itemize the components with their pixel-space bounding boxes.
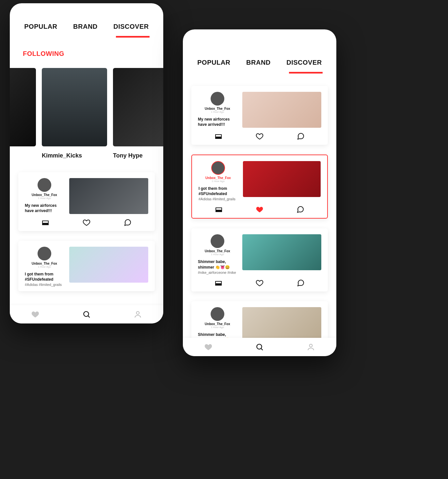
post-avatar[interactable] [211, 161, 225, 175]
post-card[interactable]: Unbox_The_Fox 1 Hour Ago Shimmer babe, s… [191, 228, 328, 291]
svg-point-4 [136, 311, 139, 314]
tab-discover[interactable]: DISCOVER [286, 59, 322, 66]
post-image[interactable] [242, 234, 321, 270]
heart-icon[interactable] [83, 219, 90, 226]
nav-profile-icon[interactable] [307, 343, 315, 351]
post-actions [198, 279, 321, 287]
following-carousel[interactable]: eXlusive Kimmie_Kicks Tony Hype [10, 68, 163, 159]
collection-icon[interactable] [215, 206, 223, 213]
nav-search-icon[interactable] [82, 310, 91, 319]
post-hashtags: #Adidas #limited_grails [199, 197, 235, 201]
post-username[interactable]: Unbox_The_Fox [205, 107, 230, 110]
post-caption: I got them from #SFUndefeated [199, 186, 238, 196]
bottom-nav [183, 338, 336, 356]
post-avatar[interactable] [211, 307, 224, 321]
post-card[interactable]: Unbox_The_Fox 1 Hour Ago I got them from… [18, 241, 155, 291]
nav-heart-icon[interactable] [31, 310, 40, 319]
following-heading: FOLLOWING [10, 34, 163, 65]
post-timestamp: 1 Hour Ago [38, 197, 51, 200]
following-name: Kimmie_Kicks [42, 152, 107, 159]
svg-line-12 [261, 349, 263, 350]
svg-rect-8 [216, 210, 222, 212]
following-card[interactable]: eXlusive [10, 68, 36, 159]
post-username[interactable]: Unbox_The_Fox [205, 322, 230, 326]
tab-brand[interactable]: BRAND [246, 59, 271, 66]
post-image[interactable] [69, 178, 148, 214]
post-username[interactable]: Unbox_The_Fox [205, 176, 231, 180]
svg-point-13 [309, 344, 312, 347]
following-avatar-image [10, 68, 36, 146]
post-image[interactable] [243, 161, 321, 197]
comment-icon[interactable] [296, 206, 304, 213]
tab-discover[interactable]: DISCOVER [113, 23, 149, 30]
post-image[interactable] [242, 92, 321, 128]
feed: Unbox_The_Fox 1 Hour Ago My new airforce… [183, 70, 336, 356]
following-card[interactable]: Tony Hype [113, 68, 163, 159]
post-caption: My new airforces have arrived!!! [198, 117, 237, 127]
phone-screen-discover: POPULAR BRAND DISCOVER Unbox_The_Fox 1 H… [183, 29, 336, 356]
svg-line-3 [88, 316, 90, 318]
following-card[interactable]: Kimmie_Kicks [42, 68, 107, 159]
heart-icon-filled[interactable] [256, 206, 264, 213]
following-name: eXlusive [10, 152, 36, 159]
post-card-selected[interactable]: Unbox_The_Fox 1 Hour Ago I got them from… [191, 155, 328, 219]
post-timestamp: 1 Hour Ago [211, 326, 224, 329]
post-caption: I got them from #SFUndefeated [25, 272, 64, 282]
comment-icon[interactable] [297, 279, 305, 287]
tab-popular[interactable]: POPULAR [24, 23, 57, 30]
svg-rect-1 [42, 223, 48, 225]
nav-heart-icon[interactable] [204, 343, 213, 351]
comment-icon[interactable] [124, 219, 132, 226]
svg-point-11 [257, 344, 262, 349]
post-username[interactable]: Unbox_The_Fox [205, 249, 230, 253]
svg-point-2 [84, 311, 88, 316]
collection-icon[interactable] [215, 279, 222, 287]
svg-rect-6 [216, 137, 221, 139]
post-avatar[interactable] [38, 247, 51, 260]
post-card[interactable]: Unbox_The_Fox 1 Hour Ago My new airforce… [191, 86, 328, 145]
following-avatar-image [113, 68, 163, 146]
post-avatar[interactable] [38, 178, 51, 192]
post-actions [25, 219, 148, 226]
post-timestamp: 1 Hour Ago [38, 265, 51, 268]
post-username[interactable]: Unbox_The_Fox [32, 262, 57, 265]
post-timestamp: 1 Hour Ago [212, 180, 225, 183]
post-image[interactable] [69, 247, 148, 283]
feed: Unbox_The_Fox 1 Hour Ago My new airforce… [10, 159, 163, 323]
post-hashtags: #Adidas #limited_grails [25, 283, 62, 287]
post-avatar[interactable] [211, 92, 224, 106]
svg-rect-10 [216, 283, 221, 285]
following-avatar-image [42, 68, 107, 146]
following-name: Tony Hype [113, 152, 163, 159]
post-caption: Shimmer babe, shimmer 👏👅😄 [198, 259, 237, 270]
nav-search-icon[interactable] [255, 343, 264, 351]
tab-brand[interactable]: BRAND [73, 23, 98, 30]
bottom-nav [10, 305, 163, 323]
post-actions [199, 206, 321, 213]
post-timestamp: 1 Hour Ago [211, 253, 224, 256]
post-timestamp: 1 Hour Ago [211, 110, 224, 113]
nav-profile-icon[interactable] [134, 310, 142, 319]
phone-screen-following: POPULAR BRAND DISCOVER FOLLOWING eXlusiv… [10, 3, 163, 323]
collection-icon[interactable] [41, 219, 49, 226]
tab-popular[interactable]: POPULAR [197, 59, 230, 66]
post-card[interactable]: Unbox_The_Fox 1 Hour Ago My new airforce… [18, 172, 155, 231]
heart-icon[interactable] [256, 132, 264, 140]
post-actions [198, 132, 321, 140]
post-avatar[interactable] [211, 234, 224, 248]
post-hashtags: #nike_airforceone #nike [198, 271, 236, 274]
post-username[interactable]: Unbox_The_Fox [32, 193, 57, 197]
top-tabs: POPULAR BRAND DISCOVER [183, 29, 336, 70]
top-tabs: POPULAR BRAND DISCOVER [10, 3, 163, 34]
comment-icon[interactable] [297, 132, 305, 140]
post-caption: My new airforces have arrived!!! [25, 203, 64, 213]
heart-icon[interactable] [256, 279, 264, 287]
collection-icon[interactable] [215, 132, 222, 140]
